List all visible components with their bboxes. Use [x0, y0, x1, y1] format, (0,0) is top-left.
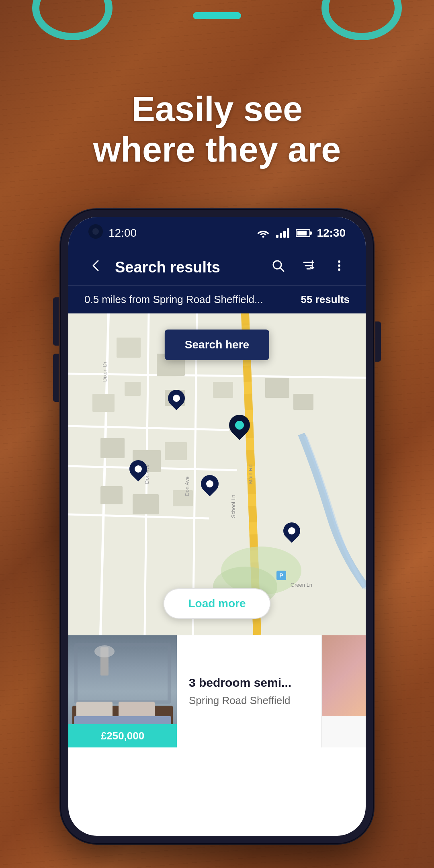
map-pin-5[interactable] — [283, 522, 300, 539]
status-time-right: 12:30 — [317, 227, 346, 240]
svg-rect-16 — [125, 382, 141, 396]
map-svg: Dixon Dr Don Ave Don Ave School Ln Main … — [68, 313, 366, 635]
svg-text:Main Rd: Main Rd — [248, 465, 254, 484]
phone-outer-case: 12:00 — [60, 209, 374, 844]
svg-point-3 — [338, 264, 340, 267]
svg-text:Green Ln: Green Ln — [291, 582, 312, 588]
signal-icon — [276, 228, 289, 238]
battery-icon — [296, 229, 310, 237]
headline-line2: where they are — [24, 129, 410, 170]
map-pin-1[interactable] — [168, 390, 185, 407]
property-title: 3 bedroom semi... — [189, 676, 309, 690]
app-bar: Search results — [68, 249, 366, 285]
svg-point-0 — [262, 236, 264, 238]
page-title: Search results — [115, 259, 260, 276]
svg-rect-26 — [133, 494, 159, 514]
property-location: Spring Road Sheffield — [189, 694, 309, 707]
location-filter-text: 0.5 miles from Spring Road Sheffield... — [84, 293, 263, 306]
svg-point-2 — [338, 260, 340, 263]
svg-rect-22 — [100, 438, 125, 458]
svg-rect-21 — [213, 382, 233, 398]
map-area[interactable]: Dixon Dr Don Ave Don Ave School Ln Main … — [68, 313, 366, 635]
back-button[interactable] — [84, 254, 107, 280]
glasses-left-lens — [32, 0, 113, 40]
svg-text:Don Ave: Don Ave — [184, 477, 190, 496]
svg-point-4 — [338, 268, 340, 271]
app-bar-actions — [268, 255, 350, 280]
svg-rect-24 — [165, 442, 187, 460]
wifi-icon — [257, 228, 270, 238]
svg-rect-25 — [100, 486, 123, 504]
svg-text:School Ln: School Ln — [230, 495, 236, 518]
property-card[interactable]: £250,000 3 bedroom semi... Spring Road S… — [68, 635, 366, 747]
glasses-bridge — [193, 12, 241, 19]
glasses-right-lens — [321, 0, 402, 40]
svg-rect-15 — [117, 338, 141, 358]
phone-screen: 12:00 — [68, 217, 366, 836]
svg-text:P: P — [279, 572, 283, 579]
map-pin-4[interactable] — [201, 475, 219, 493]
camera-notch — [88, 224, 103, 239]
property-details: 3 bedroom semi... Spring Road Sheffield — [177, 635, 321, 747]
status-time-left: 12:00 — [108, 227, 137, 240]
search-button[interactable] — [268, 255, 289, 280]
camera-inner — [92, 228, 99, 235]
sort-button[interactable] — [298, 255, 319, 280]
status-right: 12:30 — [257, 227, 346, 240]
filter-bar: 0.5 miles from Spring Road Sheffield... … — [68, 285, 366, 313]
property-price-badge: £250,000 — [68, 724, 177, 747]
status-bar: 12:00 — [68, 217, 366, 249]
svg-text:Dixon Dr: Dixon Dr — [102, 361, 108, 382]
map-pin-3[interactable] — [129, 460, 147, 478]
load-more-button[interactable]: Load more — [163, 588, 270, 619]
search-here-button[interactable]: Search here — [165, 330, 269, 360]
glasses-decoration — [0, 0, 434, 80]
more-options-button[interactable] — [329, 255, 350, 280]
svg-rect-29 — [293, 394, 313, 410]
map-pin-2[interactable] — [229, 415, 250, 436]
headline-line1: Easily see — [24, 88, 410, 129]
property-image: £250,000 — [68, 635, 177, 747]
property-card-2-partial — [321, 635, 366, 747]
svg-rect-28 — [265, 378, 289, 398]
svg-rect-17 — [92, 394, 115, 412]
headline: Easily see where they are — [0, 88, 434, 170]
phone-device: 12:00 — [60, 209, 374, 844]
results-count: 55 results — [301, 293, 350, 306]
property-2-image — [322, 635, 366, 716]
